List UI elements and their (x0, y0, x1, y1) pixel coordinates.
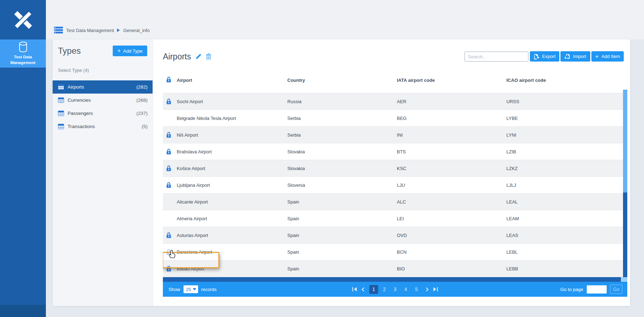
cell-icao: LZIB (506, 149, 516, 154)
cell-airport: Niš Airport (177, 132, 198, 138)
next-page-button[interactable] (426, 287, 429, 292)
cell-iata: AER (397, 99, 406, 104)
breadcrumb-item-root[interactable]: Test Data Management (66, 28, 114, 33)
select-type-label: Select Type (4) (58, 68, 153, 73)
lock-icon[interactable] (166, 182, 171, 188)
cell-airport: Alicante Airport (177, 199, 208, 205)
page-number-button[interactable]: 2 (380, 285, 389, 294)
table-row[interactable]: Alicante Airport Spain ALC LEAL (163, 194, 627, 210)
search-input[interactable] (465, 54, 532, 59)
cell-icao: LEAM (506, 216, 519, 221)
table-rows: Sochi Airport Russia AER URSS Belgrade N… (163, 93, 627, 277)
cell-country: Spain (287, 266, 299, 271)
add-item-button[interactable]: + Add Item (591, 51, 624, 62)
table-type-icon (58, 84, 64, 90)
table-row[interactable]: Asturias Airport Spain OVD LEAS (163, 227, 627, 244)
page-number-button[interactable]: 5 (412, 285, 421, 294)
import-button[interactable]: Import (560, 51, 590, 62)
edit-type-button[interactable] (195, 53, 202, 60)
table-row[interactable]: Belgrade Nikola Tesla Airport Serbia BEG… (163, 110, 627, 127)
breadcrumb-arrow-icon (117, 28, 120, 32)
cell-country: Russia (287, 99, 302, 104)
cell-iata: BEG (397, 116, 406, 121)
cell-icao: LYBE (506, 116, 518, 121)
database-icon (18, 42, 28, 52)
page-number-button[interactable]: 1 (369, 285, 378, 294)
table-row[interactable]: Almeria Airport Spain LEI LEAM (163, 210, 627, 227)
import-button-label: Import (573, 54, 586, 59)
type-count: (268) (136, 97, 148, 103)
cell-country: Serbia (287, 132, 301, 138)
sidebar-item-label: Test Data Management (4, 54, 43, 65)
table-header: Airport Country IATA airport code ICAO a… (163, 73, 627, 87)
cell-airport: Almeria Airport (177, 216, 207, 221)
cell-country: Spain (287, 199, 299, 205)
page-size-select[interactable]: 25 (183, 285, 198, 293)
import-icon (565, 54, 570, 59)
cell-icao: LJLJ (506, 183, 516, 188)
delete-type-button[interactable] (206, 53, 211, 60)
add-item-button-label: Add Item (601, 54, 620, 59)
cell-icao: LEBB (506, 266, 518, 271)
content-area: Airports (163, 39, 627, 306)
page-number-button[interactable]: 4 (401, 285, 410, 294)
column-header-airport[interactable]: Airport (177, 78, 192, 83)
table-row[interactable]: Bratislava Airport Slovakia BTS LZIB (163, 143, 627, 160)
cell-iata: BTS (397, 149, 406, 154)
cell-iata: ALC (397, 199, 406, 205)
cell-country: Serbia (287, 116, 301, 121)
lock-icon[interactable] (166, 232, 171, 238)
vertical-scrollbar[interactable] (623, 90, 627, 277)
table-row[interactable]: Košice Airport Slovakia KSC LZKZ (163, 160, 627, 177)
page-number-button[interactable]: 3 (391, 285, 400, 294)
lock-icon[interactable] (166, 99, 171, 105)
main-card: Types + Add Type Select Type (4) Airport… (53, 39, 630, 306)
cell-country: Slovakia (287, 149, 305, 154)
type-list-item[interactable]: Airports (282) (53, 80, 153, 94)
pagination-bar: Show 25 records 12345 (163, 282, 627, 297)
horizontal-scrollbar[interactable] (163, 277, 627, 282)
table-row[interactable]: Bilbao Airport Spain BIO LEBB (163, 260, 627, 277)
data-list-icon (54, 27, 63, 34)
previous-page-button[interactable] (362, 287, 365, 292)
cursor-icon (169, 250, 176, 258)
cell-airport: Košice Airport (177, 166, 205, 171)
table-row[interactable]: Sochi Airport Russia AER URSS (163, 93, 627, 110)
add-type-button[interactable]: + Add Type (113, 46, 147, 56)
first-page-button[interactable] (352, 287, 357, 291)
type-list-item[interactable]: Passengers (237) (53, 107, 153, 120)
export-button-label: Export (542, 54, 556, 59)
type-count: (282) (136, 84, 148, 90)
column-header-iata[interactable]: IATA airport code (397, 78, 435, 83)
type-label: Transactions (68, 124, 95, 129)
table-row[interactable]: Ljubljana Airport Slovenia LJU LJLJ (163, 177, 627, 194)
goto-page-input[interactable] (587, 285, 607, 294)
export-button[interactable]: Export (530, 51, 559, 62)
left-nav-rail: Test Data Management (0, 0, 46, 317)
lock-icon[interactable] (166, 149, 171, 155)
cell-iata: LEI (397, 216, 404, 221)
cell-iata: BIO (397, 266, 405, 271)
cell-country: Slovakia (287, 166, 305, 171)
cell-iata: OVD (397, 233, 407, 238)
column-header-icao[interactable]: ICAO airport code (506, 78, 546, 83)
app-logo[interactable] (0, 0, 46, 39)
column-header-country[interactable]: Country (287, 78, 305, 83)
sidebar-item-test-data-management[interactable]: Test Data Management (0, 39, 46, 68)
cell-icao: LEAS (506, 233, 518, 238)
lock-icon[interactable] (166, 165, 171, 171)
page-numbers: 12345 (369, 285, 421, 294)
last-page-button[interactable] (433, 287, 438, 291)
types-panel-title: Types (58, 46, 81, 56)
table-row[interactable]: Niš Airport Serbia INI LYNI (163, 127, 627, 143)
type-list-item[interactable]: Transactions (5) (53, 120, 153, 133)
type-count: (5) (142, 124, 148, 129)
type-list-item[interactable]: Currencies (268) (53, 94, 153, 107)
go-button[interactable]: Go (610, 285, 622, 294)
type-label: Currencies (68, 97, 91, 103)
types-panel: Types + Add Type Select Type (4) Airport… (53, 39, 153, 306)
lock-icon[interactable] (166, 132, 171, 138)
vertical-scrollbar-thumb[interactable] (623, 90, 627, 192)
table-row[interactable]: Barcelona Airport Spain BCN LEBL (163, 244, 627, 260)
cell-iata: KSC (397, 166, 406, 171)
